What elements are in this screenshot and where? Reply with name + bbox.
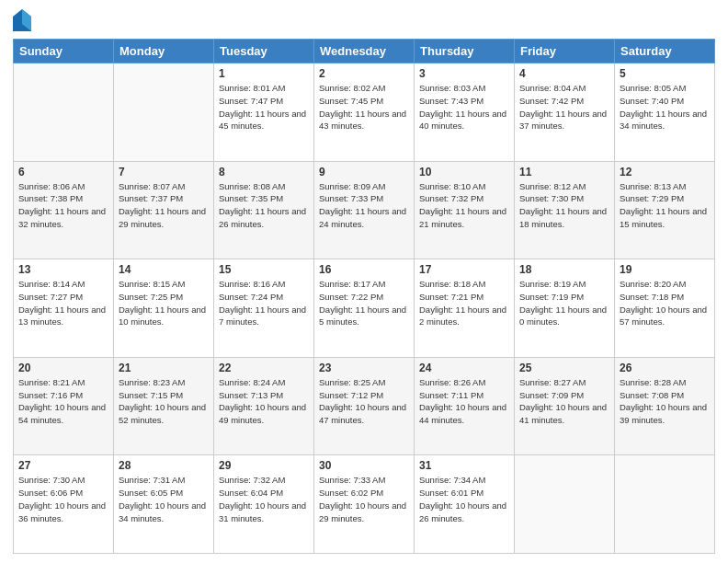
calendar-cell: 8Sunrise: 8:08 AM Sunset: 7:35 PM Daylig… [214,161,314,259]
weekday-header-saturday: Saturday [615,40,715,63]
calendar-cell [14,63,114,162]
day-info: Sunrise: 8:16 AM Sunset: 7:24 PM Dayligh… [219,278,309,328]
day-info: Sunrise: 7:32 AM Sunset: 6:04 PM Dayligh… [219,474,309,524]
calendar-cell: 30Sunrise: 7:33 AM Sunset: 6:02 PM Dayli… [314,455,415,554]
day-number: 25 [519,362,609,374]
calendar-cell [515,455,615,554]
calendar-cell: 25Sunrise: 8:27 AM Sunset: 7:09 PM Dayli… [515,357,615,455]
day-info: Sunrise: 8:14 AM Sunset: 7:27 PM Dayligh… [18,278,108,328]
day-number: 16 [319,263,409,276]
day-number: 1 [219,67,309,80]
day-info: Sunrise: 8:12 AM Sunset: 7:30 PM Dayligh… [519,180,609,231]
calendar-cell [114,63,214,162]
day-number: 29 [219,459,309,472]
day-number: 20 [18,362,108,374]
day-number: 3 [419,67,509,80]
day-number: 18 [519,263,609,276]
day-number: 22 [219,362,309,374]
day-info: Sunrise: 8:08 AM Sunset: 7:35 PM Dayligh… [219,180,309,231]
day-info: Sunrise: 8:04 AM Sunset: 7:42 PM Dayligh… [519,82,609,132]
weekday-header-sunday: Sunday [14,40,114,63]
day-number: 14 [119,263,209,276]
day-number: 11 [519,166,609,178]
calendar-cell: 4Sunrise: 8:04 AM Sunset: 7:42 PM Daylig… [515,63,615,162]
weekday-header-tuesday: Tuesday [214,40,314,63]
calendar-cell: 18Sunrise: 8:19 AM Sunset: 7:19 PM Dayli… [515,259,615,358]
weekday-header-wednesday: Wednesday [314,40,415,63]
day-info: Sunrise: 8:25 AM Sunset: 7:12 PM Dayligh… [319,376,409,427]
day-info: Sunrise: 8:19 AM Sunset: 7:19 PM Dayligh… [519,278,609,328]
day-number: 30 [319,459,409,472]
calendar-cell: 17Sunrise: 8:18 AM Sunset: 7:21 PM Dayli… [415,259,515,358]
day-info: Sunrise: 8:10 AM Sunset: 7:32 PM Dayligh… [419,180,509,231]
calendar-cell: 12Sunrise: 8:13 AM Sunset: 7:29 PM Dayli… [615,161,715,259]
day-number: 10 [419,166,509,178]
calendar-cell: 28Sunrise: 7:31 AM Sunset: 6:05 PM Dayli… [114,455,214,554]
calendar-cell: 21Sunrise: 8:23 AM Sunset: 7:15 PM Dayli… [114,357,214,455]
calendar-cell: 6Sunrise: 8:06 AM Sunset: 7:38 PM Daylig… [14,161,114,259]
day-info: Sunrise: 7:33 AM Sunset: 6:02 PM Dayligh… [319,474,409,524]
day-number: 6 [18,166,108,178]
calendar-table: SundayMondayTuesdayWednesdayThursdayFrid… [13,39,715,554]
calendar-cell: 24Sunrise: 8:26 AM Sunset: 7:11 PM Dayli… [415,357,515,455]
day-number: 4 [519,67,609,80]
calendar-cell: 16Sunrise: 8:17 AM Sunset: 7:22 PM Dayli… [314,259,415,358]
day-info: Sunrise: 8:03 AM Sunset: 7:43 PM Dayligh… [419,82,509,132]
day-number: 15 [219,263,309,276]
calendar-cell: 2Sunrise: 8:02 AM Sunset: 7:45 PM Daylig… [314,63,415,162]
day-info: Sunrise: 7:30 AM Sunset: 6:06 PM Dayligh… [18,474,108,524]
calendar-cell: 29Sunrise: 7:32 AM Sunset: 6:04 PM Dayli… [214,455,314,554]
day-number: 24 [419,362,509,374]
day-number: 13 [18,263,108,276]
weekday-header-friday: Friday [515,40,615,63]
day-info: Sunrise: 8:20 AM Sunset: 7:18 PM Dayligh… [620,278,710,328]
day-info: Sunrise: 8:09 AM Sunset: 7:33 PM Dayligh… [319,180,409,231]
day-number: 5 [620,67,710,80]
day-number: 21 [119,362,209,374]
day-number: 9 [319,166,409,178]
day-number: 2 [319,67,409,80]
day-number: 19 [620,263,710,276]
day-info: Sunrise: 8:07 AM Sunset: 7:37 PM Dayligh… [119,180,209,231]
calendar-cell: 9Sunrise: 8:09 AM Sunset: 7:33 PM Daylig… [314,161,415,259]
day-number: 26 [620,362,710,374]
day-info: Sunrise: 8:27 AM Sunset: 7:09 PM Dayligh… [519,376,609,427]
calendar-cell: 15Sunrise: 8:16 AM Sunset: 7:24 PM Dayli… [214,259,314,358]
calendar-cell: 7Sunrise: 8:07 AM Sunset: 7:37 PM Daylig… [114,161,214,259]
calendar-cell: 19Sunrise: 8:20 AM Sunset: 7:18 PM Dayli… [615,259,715,358]
logo-icon [13,9,31,31]
day-number: 31 [419,459,509,472]
calendar-cell: 10Sunrise: 8:10 AM Sunset: 7:32 PM Dayli… [415,161,515,259]
calendar-cell: 3Sunrise: 8:03 AM Sunset: 7:43 PM Daylig… [415,63,515,162]
day-info: Sunrise: 8:18 AM Sunset: 7:21 PM Dayligh… [419,278,509,328]
calendar-cell: 31Sunrise: 7:34 AM Sunset: 6:01 PM Dayli… [415,455,515,554]
day-number: 28 [119,459,209,472]
calendar-cell: 5Sunrise: 8:05 AM Sunset: 7:40 PM Daylig… [615,63,715,162]
calendar-cell: 26Sunrise: 8:28 AM Sunset: 7:08 PM Dayli… [615,357,715,455]
calendar-cell: 11Sunrise: 8:12 AM Sunset: 7:30 PM Dayli… [515,161,615,259]
day-info: Sunrise: 8:23 AM Sunset: 7:15 PM Dayligh… [119,376,209,427]
day-info: Sunrise: 7:34 AM Sunset: 6:01 PM Dayligh… [419,474,509,524]
day-number: 23 [319,362,409,374]
weekday-header-monday: Monday [114,40,214,63]
calendar-header: SundayMondayTuesdayWednesdayThursdayFrid… [14,40,715,63]
calendar-cell: 22Sunrise: 8:24 AM Sunset: 7:13 PM Dayli… [214,357,314,455]
day-info: Sunrise: 7:31 AM Sunset: 6:05 PM Dayligh… [119,474,209,524]
day-info: Sunrise: 8:17 AM Sunset: 7:22 PM Dayligh… [319,278,409,328]
day-info: Sunrise: 8:06 AM Sunset: 7:38 PM Dayligh… [18,180,108,231]
day-number: 27 [18,459,108,472]
day-number: 17 [419,263,509,276]
day-info: Sunrise: 8:24 AM Sunset: 7:13 PM Dayligh… [219,376,309,427]
calendar-cell: 1Sunrise: 8:01 AM Sunset: 7:47 PM Daylig… [214,63,314,162]
logo [13,9,35,31]
calendar-cell: 13Sunrise: 8:14 AM Sunset: 7:27 PM Dayli… [14,259,114,358]
page-header [13,9,715,31]
day-number: 8 [219,166,309,178]
calendar-cell: 20Sunrise: 8:21 AM Sunset: 7:16 PM Dayli… [14,357,114,455]
day-info: Sunrise: 8:02 AM Sunset: 7:45 PM Dayligh… [319,82,409,132]
day-info: Sunrise: 8:15 AM Sunset: 7:25 PM Dayligh… [119,278,209,328]
calendar-cell: 23Sunrise: 8:25 AM Sunset: 7:12 PM Dayli… [314,357,415,455]
day-number: 12 [620,166,710,178]
day-info: Sunrise: 8:13 AM Sunset: 7:29 PM Dayligh… [620,180,710,231]
calendar-cell: 27Sunrise: 7:30 AM Sunset: 6:06 PM Dayli… [14,455,114,554]
